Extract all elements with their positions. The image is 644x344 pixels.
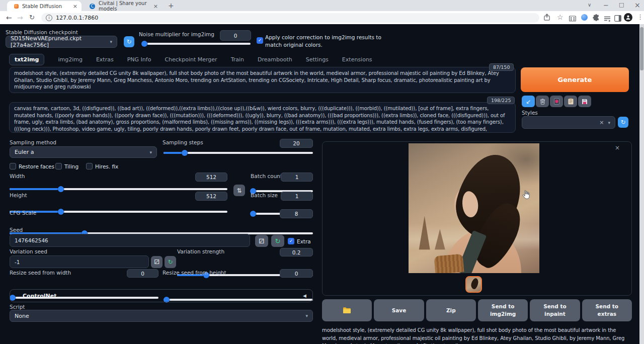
extension-grid-icon[interactable] [569, 14, 576, 24]
share-icon[interactable] [543, 14, 551, 23]
batch-size-value[interactable]: 1 [281, 192, 313, 201]
width-value[interactable]: 512 [195, 173, 227, 182]
reading-list-icon[interactable] [604, 15, 611, 24]
slider-knob[interactable] [250, 211, 256, 217]
open-folder-button[interactable] [322, 299, 372, 321]
send-to-extras-button[interactable]: Send to extras [582, 299, 632, 321]
variation-strength-value[interactable]: 0.2 [280, 248, 313, 256]
script-dropdown[interactable]: None ▾ [10, 310, 313, 322]
tab-train[interactable]: Train [231, 56, 244, 63]
clear-styles-icon[interactable]: × [599, 119, 604, 126]
reload-icon[interactable]: ↻ [29, 14, 35, 21]
seed-input[interactable] [10, 234, 250, 247]
height-value[interactable]: 512 [195, 192, 227, 201]
resize-seed-height-value[interactable]: 0 [280, 269, 313, 278]
window-maximize-icon[interactable]: □ [619, 2, 624, 8]
tab-close-icon[interactable]: × [73, 3, 77, 10]
save-style-button[interactable] [578, 96, 591, 107]
profile-avatar[interactable] [624, 13, 632, 22]
tab-search-chevron-icon[interactable]: ∨ [588, 3, 591, 8]
tab-png-info[interactable]: PNG Info [127, 56, 151, 63]
script-label: Script [10, 304, 25, 310]
styles-refresh-button[interactable]: ↻ [618, 117, 628, 128]
chevron-down-icon: ▾ [608, 120, 610, 125]
recycle-icon: ↻ [275, 237, 281, 245]
sampling-steps-value[interactable]: 20 [280, 139, 313, 148]
page-scrollbar[interactable] [639, 24, 644, 344]
sampling-method-dropdown[interactable]: Euler a ▾ [10, 146, 157, 158]
generated-image[interactable] [409, 143, 539, 273]
sampling-steps-slider[interactable] [164, 152, 313, 154]
negative-prompt-textarea[interactable]: canvas frame, cartoon, 3d, ((disfigured)… [9, 102, 516, 133]
hires-fix-checkbox[interactable] [86, 163, 93, 169]
tab-extras[interactable]: Extras [96, 56, 114, 63]
send-to-inpaint-button[interactable]: Send to inpaint [530, 299, 580, 321]
generate-button[interactable]: Generate [521, 67, 629, 92]
paste-params-button[interactable]: ↙ [522, 96, 535, 107]
cfg-scale-value[interactable]: 8 [280, 209, 313, 218]
restore-faces-checkbox[interactable] [10, 163, 16, 169]
window-minimize-icon[interactable]: − [603, 2, 609, 9]
browser-menu-kebab-icon[interactable]: ⋮ [637, 14, 643, 20]
variation-reuse-seed-button[interactable]: ↻ [165, 256, 176, 268]
apply-style-button[interactable] [564, 96, 577, 107]
tab-dreambooth[interactable]: Dreambooth [258, 56, 292, 63]
noise-multiplier-slider[interactable] [142, 43, 251, 45]
sampling-steps-label: Sampling steps [163, 139, 203, 145]
page-scrollbar-thumb[interactable] [640, 27, 643, 70]
reuse-seed-button[interactable]: ↻ [271, 235, 284, 247]
extra-seed-checkbox[interactable]: ✓ [288, 238, 294, 244]
tab-img2img[interactable]: img2img [58, 56, 83, 63]
thumbnail-figure [470, 278, 479, 290]
noise-multiplier-value[interactable]: 0 [220, 30, 251, 41]
extension-dot-icon[interactable] [581, 14, 588, 21]
tab-checkpoint-merger[interactable]: Checkpoint Merger [165, 56, 217, 63]
controlnet-accordion[interactable]: ControlNet ◀ [10, 289, 313, 302]
gallery-thumbnail[interactable] [465, 276, 482, 293]
url-bar[interactable]: i 127.0.0.1:7860 [41, 13, 539, 23]
tab-extensions[interactable]: Extensions [342, 56, 372, 63]
color-correction-checkbox[interactable]: ✓ [257, 37, 263, 44]
resize-seed-width-value[interactable]: 0 [127, 269, 158, 278]
styles-dropdown[interactable]: × ▾ [522, 116, 615, 129]
extensions-puzzle-icon[interactable] [593, 14, 600, 23]
refresh-icon: ↻ [620, 119, 625, 126]
gallery-close-icon[interactable]: × [615, 144, 620, 151]
site-info-icon[interactable]: i [46, 15, 52, 21]
bookmark-star-icon[interactable]: ☆ [557, 14, 564, 21]
slider-knob[interactable] [182, 150, 188, 156]
variation-seed-label: Variation seed [10, 248, 47, 254]
new-tab-button[interactable]: + [168, 2, 174, 9]
tab-close-icon[interactable]: × [153, 3, 158, 10]
send-to-img2img-button[interactable]: Send to img2img [478, 299, 528, 321]
image-bodice [434, 253, 464, 273]
hand-cursor [522, 190, 530, 202]
slider-knob[interactable] [141, 41, 147, 47]
slider-knob[interactable] [58, 209, 64, 215]
variation-random-seed-button[interactable]: ⚂ [151, 256, 163, 268]
zip-button[interactable]: Zip [426, 299, 476, 321]
slider-knob[interactable] [58, 186, 64, 192]
forward-icon[interactable]: → [17, 14, 23, 21]
clear-prompt-button[interactable] [536, 96, 549, 107]
random-seed-button[interactable]: ⚂ [255, 235, 268, 247]
seed-label: Seed [10, 227, 23, 233]
browser-tab-civitai[interactable]: C Civitai | Share your models × [86, 1, 162, 11]
batch-count-value[interactable]: 1 [281, 173, 313, 182]
width-slider[interactable] [10, 188, 227, 190]
swap-dimensions-button[interactable]: ⇅ [233, 185, 245, 196]
height-slider[interactable] [10, 211, 227, 213]
save-button[interactable]: Save [374, 299, 424, 321]
checkpoint-dropdown[interactable]: SD15NewVAEpruned.ckpt [27a4ac756c] ▾ [6, 36, 117, 48]
browser-tab-active[interactable]: Stable Diffusion × [7, 1, 82, 11]
tab-txt2img[interactable]: txt2img [9, 54, 44, 65]
tiling-checkbox[interactable] [55, 163, 62, 169]
extra-networks-button[interactable] [550, 96, 563, 107]
prompt-textarea[interactable]: modelshoot style, (extremely detailed CG… [9, 67, 516, 93]
window-close-icon[interactable]: × [634, 2, 640, 9]
checkpoint-refresh-button[interactable]: ↻ [124, 36, 134, 47]
back-icon[interactable]: ← [6, 14, 12, 21]
variation-seed-input[interactable] [10, 255, 149, 268]
side-panel-icon[interactable] [614, 14, 621, 24]
tab-settings[interactable]: Settings [306, 56, 329, 63]
